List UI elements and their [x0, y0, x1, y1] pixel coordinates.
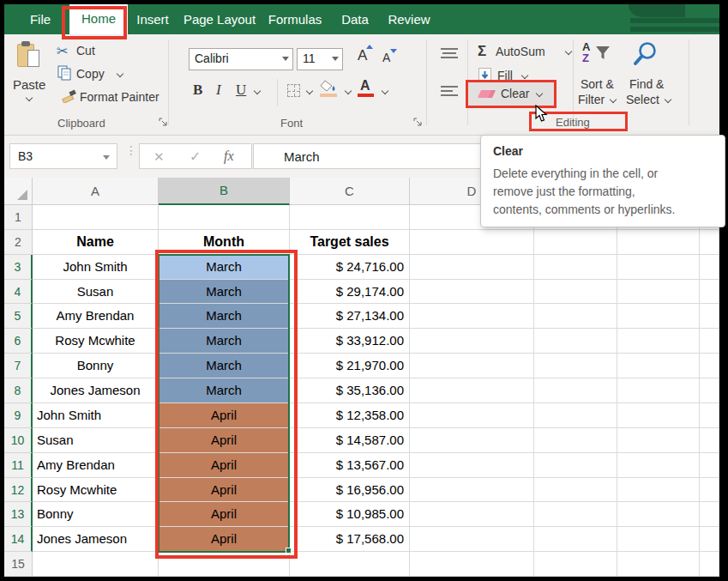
row-header-5[interactable]: 5	[4, 304, 33, 329]
cell-D9[interactable]	[410, 403, 534, 428]
cell-E5[interactable]	[534, 304, 617, 329]
cell-x11[interactable]	[700, 453, 719, 478]
cell-C8[interactable]: $ 35,136.00	[290, 378, 410, 403]
font-name-combobox[interactable]: Calibri	[189, 48, 293, 70]
underline-button[interactable]: U	[236, 82, 246, 99]
cell-E12[interactable]	[534, 478, 617, 503]
cell-F13[interactable]	[617, 502, 700, 527]
cell-x8[interactable]	[700, 378, 719, 403]
cell-A6[interactable]: Rosy Mcwhite	[33, 329, 159, 354]
cell-D14[interactable]	[410, 527, 534, 552]
cell-B9[interactable]: April	[159, 403, 290, 428]
cell-F9[interactable]	[617, 403, 700, 428]
cell-F14[interactable]	[617, 527, 700, 552]
cell-B5[interactable]: March	[159, 304, 290, 329]
cell-A7[interactable]: Bonny	[33, 354, 159, 378]
cell-x14[interactable]	[700, 527, 719, 552]
align-center-icon[interactable]	[440, 47, 459, 59]
col-header-C[interactable]: C	[290, 178, 410, 205]
cell-A1[interactable]	[33, 205, 159, 230]
tab-formulas[interactable]: Formulas	[266, 4, 324, 34]
name-box[interactable]: B3	[9, 143, 117, 169]
cell-C7[interactable]: $ 21,970.00	[290, 354, 410, 378]
row-header-8[interactable]: 8	[4, 378, 33, 403]
cell-B15[interactable]	[159, 552, 290, 577]
cell-B10[interactable]: April	[159, 428, 290, 453]
cell-E2[interactable]	[534, 230, 617, 255]
cell-D3[interactable]	[410, 255, 534, 280]
align-left-icon[interactable]	[440, 85, 459, 97]
cell-A8[interactable]: Jones Jameson	[33, 378, 159, 403]
cell-B14[interactable]: April	[159, 527, 290, 552]
row-header-1[interactable]: 1	[4, 205, 33, 230]
cell-D10[interactable]	[410, 428, 534, 453]
cell-D15[interactable]	[410, 552, 534, 577]
cell-B1[interactable]	[159, 205, 290, 230]
row-header-12[interactable]: 12	[4, 478, 33, 503]
cell-x4[interactable]	[700, 280, 719, 305]
cell-D8[interactable]	[410, 378, 534, 403]
cell-x7[interactable]	[700, 354, 719, 378]
cell-C2[interactable]: Target sales	[290, 230, 410, 255]
cell-C14[interactable]: $ 17,568.00	[290, 527, 410, 552]
cell-C5[interactable]: $ 27,134.00	[290, 304, 410, 329]
row-header-2[interactable]: 2	[4, 230, 33, 255]
cell-A13[interactable]: Bonny	[33, 502, 159, 527]
row-header-7[interactable]: 7	[4, 354, 33, 378]
cell-C12[interactable]: $ 16,956.00	[290, 478, 410, 503]
tab-data[interactable]: Data	[337, 4, 373, 34]
cell-F8[interactable]	[617, 378, 700, 403]
formula-bar-grip-icon[interactable]: ⋮	[125, 148, 137, 154]
enter-button[interactable]: ✓	[190, 148, 201, 165]
clipboard-dialog-launcher-icon[interactable]	[159, 118, 168, 127]
cell-A12[interactable]: Rosy Mcwhite	[33, 478, 159, 503]
cell-A3[interactable]: John Smith	[33, 255, 159, 280]
borders-button[interactable]	[287, 84, 300, 97]
cell-A4[interactable]: Susan	[33, 280, 159, 305]
cell-E8[interactable]	[534, 378, 617, 403]
col-header-A[interactable]: A	[33, 178, 159, 205]
cell-C9[interactable]: $ 12,358.00	[290, 403, 410, 428]
cell-E4[interactable]	[534, 280, 617, 305]
row-header-4[interactable]: 4	[4, 280, 33, 305]
cell-D11[interactable]	[410, 453, 534, 478]
cell-D6[interactable]	[410, 329, 534, 354]
cell-F15[interactable]	[617, 552, 700, 577]
cell-B6[interactable]: March	[159, 329, 290, 354]
italic-button[interactable]: I	[216, 82, 221, 99]
tab-review[interactable]: Review	[385, 4, 433, 34]
cell-x13[interactable]	[700, 502, 719, 527]
cell-E6[interactable]	[534, 329, 617, 354]
cell-C1[interactable]	[290, 205, 410, 230]
cell-B4[interactable]: March	[159, 280, 290, 305]
row-header-10[interactable]: 10	[4, 428, 33, 453]
bold-button[interactable]: B	[193, 82, 202, 99]
cell-C11[interactable]: $ 13,567.00	[290, 453, 410, 478]
row-header-13[interactable]: 13	[4, 502, 33, 527]
cell-E10[interactable]	[534, 428, 617, 453]
cell-F6[interactable]	[617, 329, 700, 354]
cancel-button[interactable]: ✕	[153, 149, 165, 165]
cell-A10[interactable]: Susan	[33, 428, 159, 453]
row-header-14[interactable]: 14	[4, 527, 33, 552]
cell-C3[interactable]: $ 24,716.00	[290, 255, 410, 280]
cell-F3[interactable]	[617, 255, 700, 280]
cell-C10[interactable]: $ 14,587.00	[290, 428, 410, 453]
cell-B12[interactable]: April	[159, 478, 290, 503]
selection-fill-handle[interactable]	[286, 548, 292, 554]
cell-x5[interactable]	[700, 304, 719, 329]
cell-x10[interactable]	[700, 428, 719, 453]
font-dialog-launcher-icon[interactable]	[413, 118, 423, 127]
cell-C15[interactable]	[290, 552, 410, 577]
cell-x3[interactable]	[700, 255, 719, 280]
cell-E3[interactable]	[534, 255, 617, 280]
cell-F11[interactable]	[617, 453, 700, 478]
cell-F5[interactable]	[617, 304, 700, 329]
col-header-B[interactable]: B	[159, 178, 290, 205]
cell-D7[interactable]	[410, 354, 534, 378]
insert-function-button[interactable]: fx	[224, 148, 234, 164]
increase-font-button[interactable]: A	[358, 47, 367, 64]
cell-E13[interactable]	[534, 502, 617, 527]
cell-C4[interactable]: $ 29,174.00	[290, 280, 410, 305]
row-header-3[interactable]: 3	[4, 255, 33, 280]
